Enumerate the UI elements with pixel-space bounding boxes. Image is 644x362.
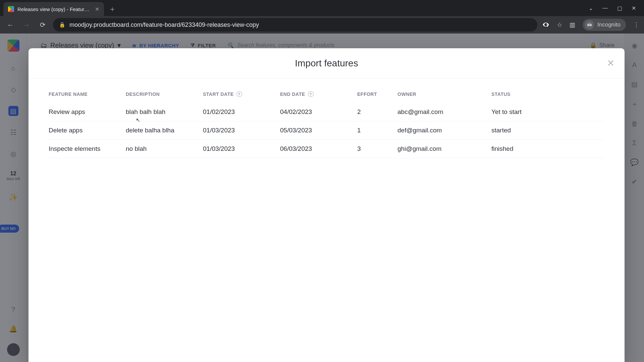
- cell-effort: 3: [357, 145, 397, 153]
- window-close-icon[interactable]: ✕: [632, 5, 636, 11]
- nav-forward-button[interactable]: →: [21, 19, 32, 31]
- cell-owner: abc@gmail.com: [397, 108, 491, 116]
- incognito-icon: 🕶: [585, 20, 594, 29]
- col-feature-name: FEATURE NAME: [49, 92, 126, 97]
- cell-end: 05/03/2023: [280, 127, 357, 134]
- import-features-modal: Import features ✕ FEATURE NAME DESCRIPTI…: [29, 48, 625, 362]
- browser-address-bar: ← → ⟳ 🔒 moodjoy.productboard.com/feature…: [0, 16, 644, 34]
- cell-name: Delete apps: [49, 127, 126, 134]
- lock-icon: 🔒: [59, 22, 65, 28]
- col-owner: OWNER: [397, 92, 491, 97]
- import-table: FEATURE NAME DESCRIPTION START DATE? END…: [29, 78, 625, 158]
- cell-name: Review apps: [49, 108, 126, 116]
- help-icon[interactable]: ?: [236, 91, 242, 97]
- cell-desc: blah balh blah: [126, 108, 203, 116]
- nav-back-button[interactable]: ←: [5, 19, 16, 31]
- cell-desc: delete balha blha: [126, 127, 203, 134]
- cell-start: 01/03/2023: [203, 127, 280, 134]
- modal-header: Import features ✕: [29, 48, 625, 78]
- help-icon[interactable]: ?: [308, 91, 314, 97]
- incognito-chip[interactable]: 🕶 Incognito: [583, 19, 626, 31]
- table-row[interactable]: Review appsblah balh blah01/02/202304/02…: [49, 103, 604, 121]
- tab-favicon-icon: [8, 6, 14, 12]
- bookmark-star-icon[interactable]: ☆: [557, 21, 562, 28]
- eye-off-icon[interactable]: 👁‍🗨: [542, 21, 549, 28]
- cell-start: 01/02/2023: [203, 108, 280, 116]
- col-start-date: START DATE?: [203, 91, 280, 97]
- tab-search-icon[interactable]: ⌄: [589, 5, 593, 11]
- col-status: STATUS: [491, 92, 558, 97]
- cell-effort: 2: [357, 108, 397, 116]
- app-viewport: ⌂ ◇ ▤ ☷ ◎ 12 days left BUY NO ✨ ? 🔔 🗂 Re…: [0, 34, 644, 362]
- col-effort: EFFORT: [357, 92, 397, 97]
- browser-tab[interactable]: Releases view (copy) - Features | ✕: [3, 2, 104, 16]
- cell-end: 06/03/2023: [280, 145, 357, 153]
- browser-tab-strip: Releases view (copy) - Features | ✕ ＋ ⌄ …: [0, 0, 644, 16]
- cell-status: finished: [491, 145, 558, 153]
- cell-desc: no blah: [126, 145, 203, 153]
- cell-status: Yet to start: [491, 108, 558, 116]
- page-url: moodjoy.productboard.com/feature-board/6…: [69, 21, 259, 28]
- cell-effort: 1: [357, 127, 397, 134]
- modal-close-button[interactable]: ✕: [607, 58, 614, 69]
- table-header-row: FEATURE NAME DESCRIPTION START DATE? END…: [49, 88, 604, 103]
- window-minimize-icon[interactable]: ―: [602, 5, 608, 11]
- tab-close-icon[interactable]: ✕: [95, 6, 99, 12]
- cell-status: started: [491, 127, 558, 134]
- modal-title: Import features: [295, 58, 358, 69]
- omnibox[interactable]: 🔒 moodjoy.productboard.com/feature-board…: [53, 18, 537, 32]
- cell-start: 01/03/2023: [203, 145, 280, 153]
- window-controls: ⌄ ― ▢ ✕: [581, 0, 644, 16]
- table-row[interactable]: Delete appsdelete balha blha01/03/202305…: [49, 121, 604, 140]
- col-end-date: END DATE?: [280, 91, 357, 97]
- cell-end: 04/02/2023: [280, 108, 357, 116]
- window-maximize-icon[interactable]: ▢: [617, 5, 622, 11]
- nav-reload-button[interactable]: ⟳: [37, 19, 48, 31]
- tab-title: Releases view (copy) - Features |: [17, 6, 92, 12]
- side-panel-icon[interactable]: ▥: [570, 21, 575, 28]
- incognito-label: Incognito: [597, 21, 621, 28]
- new-tab-button[interactable]: ＋: [107, 3, 118, 15]
- kebab-menu-icon[interactable]: ⋮: [633, 21, 639, 28]
- col-description: DESCRIPTION: [126, 92, 203, 97]
- table-row[interactable]: Inspecte elementsno blah01/03/202306/03/…: [49, 140, 604, 158]
- cell-name: Inspecte elements: [49, 145, 126, 153]
- cell-owner: ghi@gmail.com: [397, 145, 491, 153]
- cell-owner: def@gmail.com: [397, 127, 491, 134]
